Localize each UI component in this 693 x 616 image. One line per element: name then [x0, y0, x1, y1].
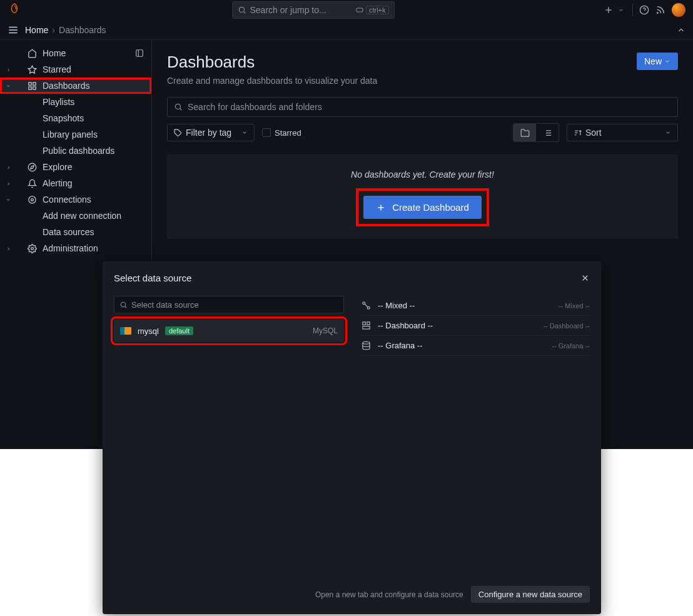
sidebar-item-public-dashboards[interactable]: Public dashboards	[0, 143, 151, 159]
close-button[interactable]	[580, 273, 590, 283]
sidebar-item-dashboards[interactable]: › Dashboards	[0, 78, 151, 94]
svg-rect-11	[136, 50, 143, 57]
plus-icon	[376, 203, 386, 213]
chevron-down-icon[interactable]	[616, 5, 626, 15]
select-datasource-modal: Select data source Select data source my…	[103, 261, 601, 614]
svg-point-23	[175, 104, 180, 109]
global-search-input[interactable]: Search or jump to... ctrl+k	[232, 1, 395, 19]
create-dashboard-button[interactable]: Create Dashboard	[363, 196, 482, 219]
sidebar-label: Data sources	[43, 227, 94, 237]
filter-tag-select[interactable]: Filter by tag	[167, 124, 255, 141]
search-placeholder: Search or jump to...	[250, 5, 326, 15]
empty-text: No dashboards yet. Create your first!	[182, 169, 663, 179]
builtin-datasource-grafana[interactable]: -- Grafana -- -- Grafana --	[362, 336, 590, 356]
new-button-label: New	[644, 56, 662, 66]
search-icon	[119, 301, 128, 309]
menu-toggle-button[interactable]	[8, 24, 19, 36]
search-placeholder: Search for dashboards and folders	[188, 102, 322, 112]
builtin-right: -- Grafana --	[552, 342, 590, 350]
svg-line-24	[180, 109, 182, 111]
sidebar-item-administration[interactable]: › Administration	[0, 240, 151, 256]
chevron-down-icon	[665, 129, 671, 136]
help-icon[interactable]	[639, 5, 649, 15]
search-icon	[174, 103, 183, 111]
checkbox-icon	[262, 128, 271, 137]
sidebar-item-explore[interactable]: › Explore	[0, 159, 151, 175]
builtin-datasource-mixed[interactable]: -- Mixed -- -- Mixed --	[362, 296, 590, 316]
sidebar-item-starred[interactable]: › Starred	[0, 61, 151, 78]
search-placeholder: Select data source	[131, 300, 199, 310]
sidebar-label: Home	[43, 48, 66, 58]
modal-footer-text: Open a new tab and configure a data sour…	[315, 590, 463, 599]
view-toggle	[513, 123, 559, 142]
svg-rect-14	[29, 82, 31, 84]
sidebar-item-snapshots[interactable]: Snapshots	[0, 110, 151, 126]
sidebar-label: Connections	[43, 194, 91, 204]
sidebar-item-playlists[interactable]: Playlists	[0, 94, 151, 110]
panel-toggle-icon[interactable]	[135, 49, 144, 58]
datasource-search-input[interactable]: Select data source	[114, 296, 344, 313]
empty-state: No dashboards yet. Create your first! Cr…	[167, 154, 678, 239]
sidebar-item-home[interactable]: Home	[0, 45, 151, 61]
svg-rect-45	[363, 322, 365, 325]
modal-title: Select data source	[114, 273, 191, 283]
svg-rect-17	[29, 86, 31, 89]
dashboard-search-input[interactable]: Search for dashboards and folders	[167, 97, 678, 117]
sidebar-item-connections[interactable]: › Connections	[0, 191, 151, 208]
datasource-item-mysql[interactable]: mysql default MySQL	[114, 320, 344, 342]
list-icon	[543, 128, 552, 138]
chevron-down-icon: ›	[5, 198, 12, 200]
list-view-button[interactable]	[536, 124, 559, 141]
sidebar-label: Alerting	[43, 178, 72, 188]
sidebar-label: Public dashboards	[43, 146, 114, 156]
sidebar-item-add-connection[interactable]: Add new connection	[0, 208, 151, 224]
configure-datasource-button[interactable]: Configure a new data source	[471, 586, 590, 603]
starred-checkbox[interactable]: Starred	[262, 128, 301, 138]
sidebar-item-library-panels[interactable]: Library panels	[0, 126, 151, 143]
search-icon	[238, 6, 246, 14]
sort-icon	[574, 129, 582, 137]
chevron-down-icon: ›	[5, 84, 12, 86]
sort-select[interactable]: Sort	[567, 124, 678, 141]
breadcrumb-home[interactable]: Home	[25, 25, 48, 35]
plug-icon	[28, 195, 38, 204]
grafana-logo[interactable]	[8, 3, 23, 18]
topbar: Search or jump to... ctrl+k	[0, 0, 693, 20]
sidebar-label: Add new connection	[43, 211, 121, 221]
sidebar-label: Administration	[43, 243, 98, 253]
sidebar-item-alerting[interactable]: › Alerting	[0, 175, 151, 191]
svg-rect-16	[33, 86, 36, 89]
tag-icon	[174, 129, 182, 137]
svg-line-41	[125, 306, 126, 308]
mixed-icon	[362, 301, 372, 310]
gear-icon	[28, 244, 38, 253]
folder-view-button[interactable]	[513, 124, 536, 141]
create-button-label: Create Dashboard	[392, 202, 469, 213]
rss-icon[interactable]	[655, 5, 665, 15]
builtin-label: -- Dashboard --	[378, 321, 433, 330]
collapse-icon[interactable]	[677, 26, 685, 34]
svg-point-40	[121, 302, 126, 307]
user-avatar[interactable]	[672, 3, 685, 17]
svg-point-21	[29, 196, 36, 203]
chevron-down-icon	[664, 58, 670, 64]
builtin-datasource-dashboard[interactable]: -- Dashboard -- -- Dashboard --	[362, 316, 590, 336]
svg-point-20	[31, 198, 34, 201]
svg-marker-13	[28, 66, 36, 73]
sidebar-label: Explore	[43, 162, 72, 172]
kbd-shortcut: ctrl+k	[366, 6, 389, 14]
sidebar-label: Library panels	[43, 129, 98, 139]
breadcrumb: Home › Dashboards	[25, 25, 106, 35]
starred-label: Starred	[275, 128, 301, 138]
sidebar-item-data-sources[interactable]: Data sources	[0, 224, 151, 240]
svg-point-7	[657, 13, 658, 13]
sidebar-label: Playlists	[43, 97, 74, 107]
add-menu-button[interactable]	[604, 5, 614, 15]
builtin-label: -- Mixed --	[378, 301, 415, 310]
dashboard-icon	[362, 321, 372, 330]
sidebar-label: Starred	[43, 64, 71, 74]
page-subtitle: Create and manage dashboards to visualiz…	[167, 76, 377, 86]
new-button[interactable]: New	[637, 53, 678, 70]
svg-point-48	[363, 341, 370, 344]
sort-label: Sort	[585, 128, 602, 138]
